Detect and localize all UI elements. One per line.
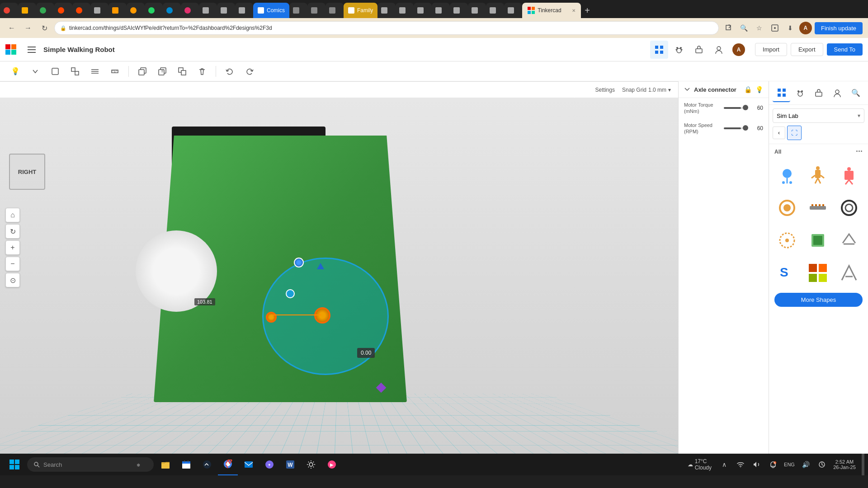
finish-update-button[interactable]: Finish update <box>815 22 863 34</box>
delete-button[interactable] <box>194 63 210 80</box>
tab-blank[interactable] <box>90 3 108 18</box>
tab-misc5[interactable] <box>396 3 414 18</box>
shape-item-6[interactable] <box>835 194 863 221</box>
taskbar-word[interactable]: W <box>280 454 300 475</box>
hamburger-menu-button[interactable] <box>24 42 40 58</box>
tab-all1[interactable] <box>289 3 307 18</box>
motor-speed-value[interactable]: 60 <box>750 125 763 131</box>
home-view-button[interactable]: ⌂ <box>5 208 20 222</box>
tab-amazon[interactable] <box>108 3 127 18</box>
view-cube[interactable]: RIGHT <box>9 154 45 190</box>
tray-expand-button[interactable]: ∧ <box>717 454 731 475</box>
tab-misc3[interactable] <box>235 3 253 18</box>
shape-item-4[interactable] <box>774 194 801 221</box>
send-to-button[interactable]: Send To <box>827 43 863 56</box>
tab-amazon2[interactable] <box>127 3 145 18</box>
axle-connector-handle[interactable] <box>294 258 304 267</box>
more-shapes-button[interactable]: More Shapes <box>774 293 863 307</box>
show-desktop-button[interactable] <box>862 454 864 475</box>
cube-face-right[interactable]: RIGHT <box>9 154 45 190</box>
tab-misc7[interactable] <box>432 3 450 18</box>
tab-tinkercad[interactable]: Tinkercad ✕ <box>522 3 581 18</box>
collapse-icon[interactable] <box>684 86 690 93</box>
motor-torque-thumb[interactable] <box>743 105 748 110</box>
shape-item-8[interactable] <box>804 227 831 254</box>
reload-button[interactable]: ↻ <box>38 22 51 34</box>
fullscreen-button[interactable]: ⛶ <box>787 126 802 140</box>
more-options-icon[interactable]: ··· <box>856 147 863 156</box>
tab-instagram[interactable] <box>181 3 199 18</box>
tab-misc9[interactable] <box>468 3 486 18</box>
build-button[interactable] <box>690 41 708 59</box>
redo-button[interactable] <box>241 63 258 80</box>
align-button[interactable] <box>87 63 103 80</box>
tab-all3[interactable] <box>326 3 344 18</box>
snap-grid-value[interactable]: 1.0 mm <box>648 87 666 93</box>
tab-all2[interactable] <box>307 3 326 18</box>
tab-misc2[interactable] <box>217 3 235 18</box>
tab-misc6[interactable] <box>414 3 432 18</box>
tab-keep2[interactable] <box>36 3 54 18</box>
taskbar-copilot[interactable]: ✦ <box>259 454 279 475</box>
dropdown-btn[interactable] <box>27 63 43 80</box>
settings-label[interactable]: Settings <box>595 87 615 93</box>
tab-misc8[interactable] <box>450 3 468 18</box>
shapes-build-btn[interactable] <box>810 84 827 102</box>
tab-misc4[interactable] <box>377 3 396 18</box>
shape-item-9[interactable] <box>835 227 863 254</box>
move-up-handle[interactable] <box>317 263 324 269</box>
shape-item-3[interactable] <box>835 162 863 189</box>
grid-view-button[interactable] <box>650 41 668 59</box>
light-mode-button[interactable]: 💡 <box>7 63 24 80</box>
taskbar-chrome[interactable] <box>218 454 238 475</box>
motor-torque-value[interactable]: 60 <box>750 105 763 111</box>
back-button[interactable]: ← <box>5 22 18 34</box>
tab-mail[interactable] <box>0 3 18 18</box>
tab-whatsapp[interactable] <box>145 3 163 18</box>
shapes-search-btn[interactable]: 🔍 <box>847 84 864 102</box>
copy-button[interactable] <box>134 63 151 80</box>
taskbar-steam[interactable] <box>197 454 217 475</box>
tab-keep[interactable] <box>18 3 36 18</box>
tab-reddit[interactable] <box>54 3 72 18</box>
shape-item-10[interactable]: S <box>774 259 801 286</box>
tab-misc1[interactable] <box>199 3 217 18</box>
tab-comics[interactable]: Comics <box>253 3 289 18</box>
shape-button[interactable] <box>47 63 63 80</box>
taskbar-calendar[interactable] <box>176 454 196 475</box>
viewport[interactable]: 0.00 103.81 RIGHT ⌂ ↻ + − ⊙ Settings <box>0 81 678 454</box>
light-bulb-icon[interactable]: 💡 <box>755 86 763 93</box>
taskbar-file-explorer[interactable] <box>156 454 175 475</box>
tab-family[interactable]: Family <box>344 3 377 18</box>
tray-language[interactable]: ENG <box>782 454 797 475</box>
tab-telegram[interactable] <box>163 3 181 18</box>
weather-widget[interactable]: ☁ 17°C Cloudy <box>684 458 715 471</box>
ruler-button[interactable] <box>107 63 123 80</box>
taskbar-search-bar[interactable]: Search ❄ <box>27 457 154 472</box>
fit-button[interactable]: ⊙ <box>5 273 20 287</box>
tray-sound-icon[interactable]: 🔊 <box>798 454 813 475</box>
prev-page-button[interactable]: ‹ <box>773 127 785 139</box>
taskbar-app2[interactable]: ▶ <box>322 454 342 475</box>
taskbar-outlook[interactable] <box>239 454 259 475</box>
motor-torque-slider[interactable] <box>724 107 747 109</box>
open-in-new-tab-button[interactable] <box>722 22 735 34</box>
zoom-in-button[interactable]: + <box>5 240 20 255</box>
zoom-out-button[interactable]: − <box>5 257 20 271</box>
profile-avatar[interactable]: A <box>799 22 812 34</box>
motor-speed-thumb[interactable] <box>743 125 748 131</box>
undo-button[interactable] <box>222 63 238 80</box>
notification-icon[interactable]: 1 <box>766 454 780 475</box>
shape-item-5[interactable] <box>804 194 831 221</box>
shape-item-7[interactable] <box>774 227 801 254</box>
tab-close-icon[interactable]: ✕ <box>572 8 576 13</box>
profile-button[interactable] <box>710 41 728 59</box>
duplicate-button[interactable] <box>174 63 190 80</box>
paste-button[interactable] <box>154 63 170 80</box>
address-bar[interactable]: 🔒 tinkercad.com/things/dSAIcWYfPe/edit?r… <box>54 21 719 35</box>
import-button[interactable]: Import <box>755 43 787 56</box>
motor-speed-slider[interactable] <box>724 127 747 129</box>
rotate-handle[interactable] <box>286 289 295 298</box>
shape-item-2[interactable] <box>804 162 831 189</box>
axle-center[interactable] <box>314 307 330 324</box>
